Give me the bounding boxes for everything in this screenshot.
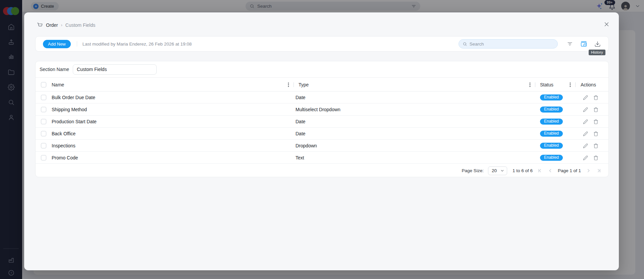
delete-button[interactable] bbox=[593, 119, 599, 125]
history-button[interactable] bbox=[580, 40, 587, 48]
status-badge: Enabled bbox=[540, 107, 563, 113]
table-header: Name Type Status Actions bbox=[36, 77, 608, 91]
edit-button[interactable] bbox=[582, 107, 588, 113]
field-name: Bulk Order Due Date bbox=[52, 95, 95, 100]
edit-button[interactable] bbox=[582, 94, 588, 100]
last-page-button[interactable] bbox=[596, 168, 602, 174]
breadcrumb-current: Custom Fields bbox=[65, 22, 95, 28]
download-button[interactable] bbox=[594, 40, 601, 48]
section-name-row: Section Name bbox=[36, 61, 608, 77]
kebab-menu-icon[interactable] bbox=[568, 82, 573, 87]
history-tooltip: History bbox=[589, 50, 605, 55]
trash-icon bbox=[593, 95, 598, 100]
close-icon bbox=[604, 21, 609, 27]
table-toolbar: Add New Last modified by Maria Enderez, … bbox=[35, 36, 609, 52]
delete-button[interactable] bbox=[593, 94, 599, 100]
table-row: Shipping Method Multiselect Dropdown Ena… bbox=[36, 103, 608, 116]
breadcrumb: Order › Custom Fields bbox=[37, 21, 95, 29]
filter-icon bbox=[567, 41, 573, 47]
pencil-icon bbox=[583, 107, 588, 112]
section-name-input[interactable] bbox=[73, 64, 157, 75]
cart-icon bbox=[37, 22, 43, 28]
toolbar-divider bbox=[77, 41, 77, 47]
pagination-range: 1 to 6 of 6 bbox=[513, 168, 533, 173]
pagination: Page Size: 20 1 to 6 of 6 Page 1 of 1 bbox=[36, 164, 608, 178]
row-checkbox[interactable] bbox=[41, 155, 46, 160]
select-all-checkbox[interactable] bbox=[41, 82, 46, 87]
table-row: Inspections Dropdown Enabled bbox=[36, 140, 608, 152]
page-size-select[interactable]: 20 bbox=[488, 166, 507, 175]
pencil-icon bbox=[583, 95, 588, 100]
field-name: Inspections bbox=[52, 143, 75, 148]
pencil-icon bbox=[583, 155, 588, 160]
history-icon bbox=[580, 41, 587, 48]
trash-icon bbox=[593, 131, 598, 136]
table-row: Promo Code Text Enabled bbox=[36, 152, 608, 164]
pencil-icon bbox=[583, 131, 588, 136]
status-badge: Enabled bbox=[540, 143, 563, 149]
table-row: Back Office Date Enabled bbox=[36, 128, 608, 140]
status-badge: Enabled bbox=[540, 155, 563, 161]
delete-button[interactable] bbox=[593, 143, 599, 149]
edit-button[interactable] bbox=[582, 143, 588, 149]
section-name-label: Section Name bbox=[40, 67, 69, 72]
trash-icon bbox=[593, 107, 598, 112]
field-type: Dropdown bbox=[296, 143, 317, 148]
edit-button[interactable] bbox=[582, 131, 588, 137]
close-button[interactable] bbox=[602, 20, 611, 28]
field-type: Date bbox=[296, 95, 306, 100]
field-name: Production Start Date bbox=[52, 119, 97, 124]
field-type: Date bbox=[296, 131, 306, 136]
status-badge: Enabled bbox=[540, 131, 563, 137]
row-checkbox[interactable] bbox=[41, 119, 46, 124]
page-size-label: Page Size: bbox=[462, 168, 484, 173]
row-checkbox[interactable] bbox=[41, 95, 46, 100]
breadcrumb-order[interactable]: Order bbox=[46, 22, 58, 28]
status-badge: Enabled bbox=[540, 119, 563, 125]
filter-button[interactable] bbox=[566, 40, 574, 48]
delete-button[interactable] bbox=[593, 155, 599, 161]
screen: + Create Search 99+ bbox=[0, 0, 644, 279]
table-search-input[interactable] bbox=[470, 42, 554, 47]
field-name: Shipping Method bbox=[52, 107, 87, 112]
field-type: Date bbox=[296, 119, 306, 124]
column-header-type: Type bbox=[299, 82, 309, 87]
trash-icon bbox=[593, 119, 598, 124]
column-header-name: Name bbox=[52, 82, 64, 87]
pencil-icon bbox=[583, 143, 588, 148]
field-name: Promo Code bbox=[52, 155, 78, 160]
pencil-icon bbox=[583, 119, 588, 124]
table-row: Production Start Date Date Enabled bbox=[36, 116, 608, 128]
field-type: Multiselect Dropdown bbox=[296, 107, 340, 112]
kebab-menu-icon[interactable] bbox=[286, 82, 291, 87]
custom-fields-card: Section Name Name Type Status bbox=[35, 61, 609, 177]
trash-icon bbox=[593, 155, 598, 160]
status-badge: Enabled bbox=[540, 94, 563, 100]
download-icon bbox=[594, 41, 601, 47]
row-checkbox[interactable] bbox=[41, 131, 46, 136]
table-body: Bulk Order Due Date Date Enabled Shippin… bbox=[36, 91, 608, 164]
delete-button[interactable] bbox=[593, 131, 599, 137]
chevron-down-icon bbox=[500, 169, 504, 172]
table-search bbox=[459, 39, 558, 49]
page-indicator: Page 1 of 1 bbox=[558, 168, 581, 173]
search-icon bbox=[463, 42, 467, 47]
last-modified-text: Last modified by Maria Enderez, 26 Feb 2… bbox=[83, 42, 192, 47]
column-header-actions: Actions bbox=[581, 82, 596, 87]
edit-button[interactable] bbox=[582, 119, 588, 125]
add-new-button[interactable]: Add New bbox=[43, 40, 71, 48]
trash-icon bbox=[593, 143, 598, 148]
page-size-value: 20 bbox=[492, 168, 497, 173]
kebab-menu-icon[interactable] bbox=[528, 82, 532, 87]
row-checkbox[interactable] bbox=[41, 143, 46, 148]
table-row: Bulk Order Due Date Date Enabled bbox=[36, 91, 608, 103]
custom-fields-modal: Order › Custom Fields Add New Last modif… bbox=[24, 12, 619, 270]
row-checkbox[interactable] bbox=[41, 107, 46, 112]
next-page-button[interactable] bbox=[585, 168, 591, 174]
column-header-status: Status bbox=[540, 82, 553, 87]
delete-button[interactable] bbox=[593, 107, 599, 113]
field-type: Text bbox=[296, 155, 304, 160]
first-page-button[interactable] bbox=[537, 168, 543, 174]
edit-button[interactable] bbox=[582, 155, 588, 161]
previous-page-button[interactable] bbox=[547, 168, 553, 174]
